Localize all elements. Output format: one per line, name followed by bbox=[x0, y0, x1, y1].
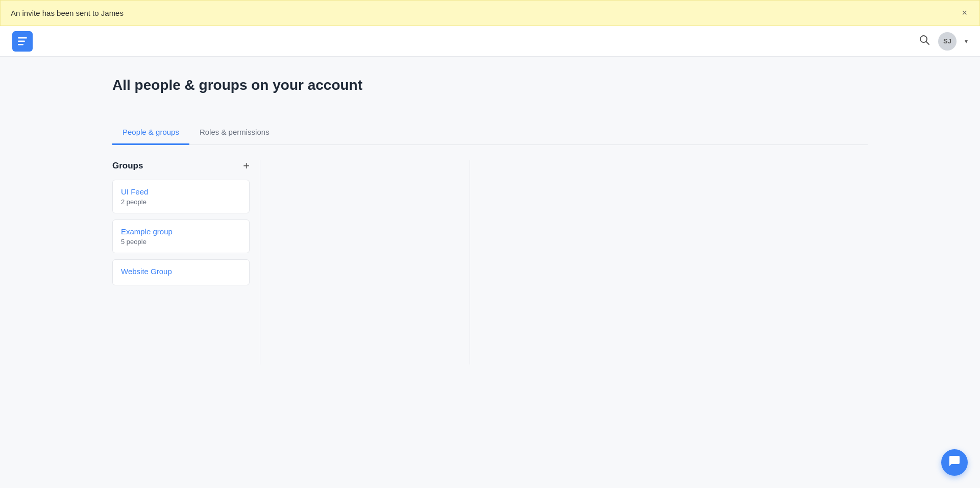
svg-line-4 bbox=[926, 42, 929, 45]
list-item[interactable]: UI Feed 2 people bbox=[112, 180, 250, 213]
group-name: UI Feed bbox=[121, 187, 241, 196]
groups-panel: Groups + UI Feed 2 people Example group … bbox=[112, 160, 260, 364]
notification-banner: An invite has been sent to James × bbox=[0, 0, 980, 26]
divider bbox=[112, 110, 868, 110]
tab-roles-permissions[interactable]: Roles & permissions bbox=[189, 120, 280, 145]
svg-rect-1 bbox=[18, 40, 25, 42]
content-area: Groups + UI Feed 2 people Example group … bbox=[112, 160, 868, 364]
chevron-down-icon[interactable]: ▾ bbox=[965, 38, 968, 45]
main-content: All people & groups on your account Peop… bbox=[82, 57, 898, 385]
notification-message: An invite has been sent to James bbox=[11, 9, 124, 17]
search-icon[interactable] bbox=[919, 34, 930, 48]
tab-people-groups[interactable]: People & groups bbox=[112, 120, 189, 145]
groups-heading: Groups bbox=[112, 161, 143, 171]
groups-header: Groups + bbox=[112, 160, 260, 172]
avatar[interactable]: SJ bbox=[938, 32, 957, 51]
right-panel bbox=[470, 160, 868, 364]
group-count: 2 people bbox=[121, 198, 241, 206]
list-item[interactable]: Website Group bbox=[112, 259, 250, 285]
svg-rect-2 bbox=[18, 44, 23, 45]
notification-close-button[interactable]: × bbox=[960, 8, 969, 18]
list-item[interactable]: Example group 5 people bbox=[112, 219, 250, 253]
svg-rect-0 bbox=[18, 37, 27, 39]
group-name: Website Group bbox=[121, 267, 241, 276]
tabs: People & groups Roles & permissions bbox=[112, 120, 868, 145]
top-nav: SJ ▾ bbox=[0, 26, 980, 57]
group-count: 5 people bbox=[121, 238, 241, 246]
add-group-button[interactable]: + bbox=[243, 160, 250, 172]
app-logo[interactable] bbox=[12, 31, 33, 52]
page-title: All people & groups on your account bbox=[112, 77, 868, 93]
group-name: Example group bbox=[121, 227, 241, 236]
nav-right: SJ ▾ bbox=[919, 32, 968, 51]
middle-panel bbox=[260, 160, 470, 364]
